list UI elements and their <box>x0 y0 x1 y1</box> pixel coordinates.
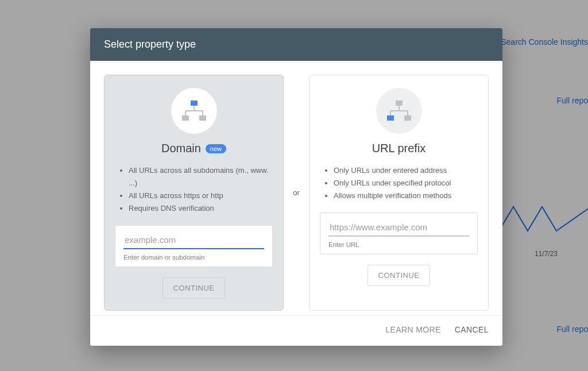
dialog-body: Domain new All URLs across all subdomain… <box>90 61 502 315</box>
url-prefix-input[interactable] <box>328 220 469 237</box>
url-prefix-input-wrapper: Enter URL <box>320 212 478 254</box>
url-prefix-input-helper: Enter URL <box>328 241 469 248</box>
url-prefix-feature-list: Only URLs under entered address Only URL… <box>320 164 478 202</box>
domain-feature-list: All URLs across all subdomains (m., www.… <box>115 164 273 215</box>
svg-rect-9 <box>404 115 411 121</box>
svg-rect-8 <box>387 115 394 121</box>
dialog-title: Select property type <box>90 28 502 61</box>
dialog-footer: LEARN MORE CANCEL <box>90 315 502 346</box>
svg-rect-1 <box>182 115 189 121</box>
new-badge: new <box>206 144 226 153</box>
list-item: Allows multiple verification methods <box>334 190 478 202</box>
domain-continue-button[interactable]: CONTINUE <box>163 277 226 299</box>
select-property-type-dialog: Select property type Domain new <box>90 28 502 346</box>
svg-rect-7 <box>396 101 403 106</box>
domain-property-card[interactable]: Domain new All URLs across all subdomain… <box>104 75 284 311</box>
url-prefix-sitemap-icon <box>376 88 422 134</box>
list-item: Only URLs under specified protocol <box>334 177 478 190</box>
list-item: Requires DNS verification <box>129 202 273 215</box>
domain-input-helper: Enter domain or subdomain <box>123 254 264 261</box>
list-item: Only URLs under entered address <box>334 164 478 177</box>
learn-more-button[interactable]: LEARN MORE <box>385 325 441 334</box>
cancel-button[interactable]: CANCEL <box>455 325 489 334</box>
domain-input[interactable] <box>123 233 264 249</box>
domain-sitemap-icon <box>171 88 217 134</box>
svg-rect-0 <box>191 101 198 106</box>
or-divider: or <box>284 75 309 311</box>
svg-rect-2 <box>199 115 206 121</box>
list-item: All URLs across all subdomains (m., www.… <box>129 164 273 190</box>
domain-input-wrapper: Enter domain or subdomain <box>115 225 273 267</box>
domain-card-title: Domain <box>161 142 201 155</box>
url-prefix-card-title: URL prefix <box>372 142 426 155</box>
url-prefix-property-card[interactable]: URL prefix Only URLs under entered addre… <box>309 75 489 311</box>
list-item: All URLs across https or http <box>129 190 273 202</box>
url-prefix-continue-button[interactable]: CONTINUE <box>368 265 431 286</box>
